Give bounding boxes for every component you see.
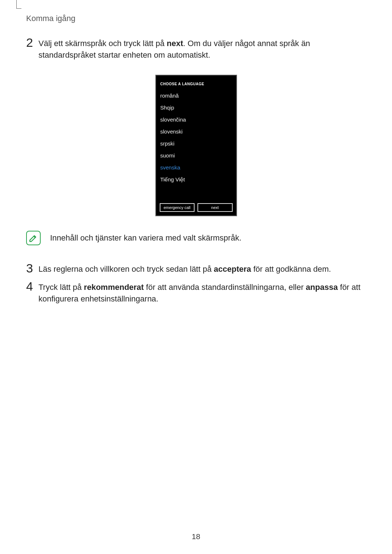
step-4: 4 Tryck lätt på rekommenderat för att an… [26,280,366,305]
step-3: 3 Läs reglerna och villkoren och tryck s… [26,262,366,275]
step-number: 4 [26,280,38,292]
page-number: 18 [0,532,392,541]
note-text: Innehåll och tjänster kan variera med va… [50,233,241,243]
note-icon [26,231,41,245]
text-segment: för att använda standardinställningarna,… [144,283,306,292]
bold-rekommenderat: rekommenderat [84,283,144,292]
phone-screenshot: CHOOSE A LANGUAGE română Shqip slovenčin… [155,75,237,216]
language-item-tiengviet[interactable]: Tiếng Việt [160,176,233,183]
language-item-slovenski[interactable]: slovenski [160,128,233,135]
phone-title: CHOOSE A LANGUAGE [160,82,233,86]
page-content: 2 Välj ett skärmspråk och tryck lätt på … [26,36,366,309]
step-text: Läs reglerna och villkoren och tryck sed… [38,262,331,275]
text-segment: Läs reglerna och villkoren och tryck sed… [38,264,214,274]
language-item-svenska[interactable]: svenska [160,164,233,171]
language-item-suomi[interactable]: suomi [160,152,233,159]
text-segment: för att godkänna dem. [251,264,331,274]
corner-mark [16,0,21,9]
language-item-slovencina[interactable]: slovenčina [160,116,233,123]
emergency-call-button[interactable]: emergency call [160,203,195,212]
language-item-srpski[interactable]: srpski [160,140,233,147]
phone-screenshot-wrap: CHOOSE A LANGUAGE română Shqip slovenčin… [26,75,366,216]
bold-anpassa: anpassa [306,283,338,292]
step-number: 2 [26,36,38,49]
language-item-romana[interactable]: română [160,93,233,99]
breadcrumb: Komma igång [26,14,75,23]
text-segment: Tryck lätt på [38,283,84,292]
bold-acceptera: acceptera [214,264,251,274]
phone-button-row: emergency call next [160,203,233,212]
pencil-icon [29,233,38,243]
bold-next: next [167,39,183,48]
note-row: Innehåll och tjänster kan variera med va… [26,231,366,245]
step-text: Välj ett skärmspråk och tryck lätt på ne… [38,36,366,61]
language-list: română Shqip slovenčina slovenski srpski… [160,93,233,200]
text-segment: Välj ett skärmspråk och tryck lätt på [38,39,167,48]
step-number: 3 [26,262,38,274]
language-item-shqip[interactable]: Shqip [160,104,233,111]
step-text: Tryck lätt på rekommenderat för att anvä… [38,280,366,305]
next-button[interactable]: next [197,203,233,212]
step-2: 2 Välj ett skärmspråk och tryck lätt på … [26,36,366,61]
